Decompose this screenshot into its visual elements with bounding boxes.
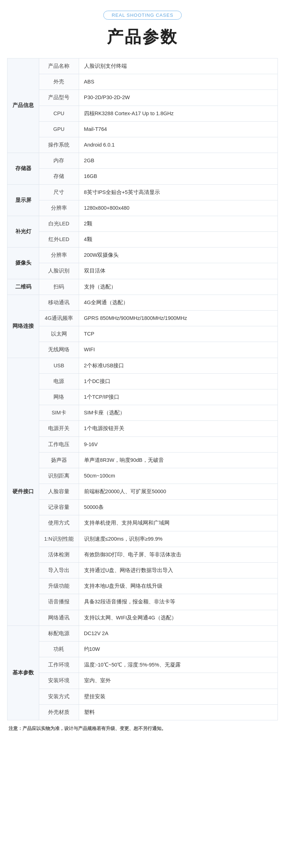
key-cell: SIM卡 [39, 405, 79, 421]
table-row: 工作电压9-16V [7, 436, 278, 452]
table-row: 摄像头分辨率200W双摄像头 [7, 247, 278, 263]
table-row: 产品型号P30-2D/P30-2D-2W [7, 90, 278, 106]
value-cell: 前端标配20000人、可扩展至50000 [79, 484, 278, 500]
key-cell: 扬声器 [39, 452, 79, 468]
key-cell: 存储 [39, 169, 79, 184]
table-row: 网络通讯支持以太网、WIFI及全网通4G（选配） [7, 610, 278, 626]
category-cell: 产品信息 [7, 58, 39, 153]
table-row: GPUMail-T764 [7, 121, 278, 137]
note-text: 注意：产品应以实物为准，设计与产品规格若有升级、变更、恕不另行通知。 [9, 726, 166, 731]
key-cell: 活体检测 [39, 547, 79, 562]
value-cell: 4G全网通（选配） [79, 295, 278, 310]
table-row: 网络1个TCP/IP接口 [7, 389, 278, 405]
table-row: 产品信息产品名称人脸识别支付终端 [7, 58, 278, 74]
value-cell: 有效防御3D打印、电子屏、等非活体攻击 [79, 547, 278, 562]
value-cell: WIFI [79, 342, 278, 358]
value-cell: SIM卡座（选配） [79, 405, 278, 421]
value-cell: DC12V 2A [79, 626, 278, 641]
badge: REAL SHOOTING CASES [103, 11, 181, 20]
category-cell: 基本参数 [7, 626, 39, 720]
badge-wrapper: REAL SHOOTING CASES [7, 11, 278, 20]
key-cell: GPU [39, 121, 79, 137]
key-cell: 人脸识别 [39, 263, 79, 279]
key-cell: 记录容量 [39, 500, 79, 515]
key-cell: 移动通讯 [39, 295, 79, 310]
key-cell: 网络通讯 [39, 610, 79, 626]
value-cell: 支持（选配） [79, 279, 278, 295]
key-cell: 人脸容量 [39, 484, 79, 500]
value-cell: 具备32段语音播报，报金额、非法卡等 [79, 594, 278, 610]
value-cell: 识别速度≤200ms，识别率≥99.9% [79, 531, 278, 547]
key-cell: 红外LED [39, 232, 79, 247]
value-cell: Android 6.0.1 [79, 137, 278, 153]
key-cell: 网络 [39, 389, 79, 405]
table-row: 工作环境温度:-10℃~50℃，湿度:5%-95%、无凝露 [7, 657, 278, 673]
category-cell: 存储器 [7, 153, 39, 184]
value-cell: 8英寸IPS全贴合+5英寸高清显示 [79, 184, 278, 200]
value-cell: 双目活体 [79, 263, 278, 279]
value-cell: 4颗 [79, 232, 278, 247]
page-wrapper: REAL SHOOTING CASES 产品参数 产品信息产品名称人脸识别支付终… [0, 0, 285, 742]
value-cell: 2GB [79, 153, 278, 169]
table-row: 操作系统Android 6.0.1 [7, 137, 278, 153]
table-row: 补光灯白光LED2颗 [7, 216, 278, 231]
value-cell: 1个电源按钮开关 [79, 421, 278, 436]
value-cell: 约10W [79, 641, 278, 657]
key-cell: 分辨率 [39, 200, 79, 216]
value-cell: 支持以太网、WIFI及全网通4G（选配） [79, 610, 278, 626]
table-row: 语音播报具备32段语音播报，报金额、非法卡等 [7, 594, 278, 610]
key-cell: 以太网 [39, 326, 79, 342]
table-row: 以太网TCP [7, 326, 278, 342]
table-row: 电源开关1个电源按钮开关 [7, 421, 278, 436]
key-cell: 导入导出 [39, 563, 79, 578]
table-row: CPU四核RK3288 Cortex-A17 Up to 1.8GHz [7, 106, 278, 121]
table-row: 导入导出支持通过U盘、网络进行数据导出导入 [7, 563, 278, 578]
value-cell: 人脸识别支付终端 [79, 58, 278, 74]
value-cell: 室内、室外 [79, 673, 278, 689]
table-row: 记录容量50000条 [7, 500, 278, 515]
table-row: 外壳材质塑料 [7, 704, 278, 720]
table-row: 扬声器单声道8R3W，响度90dB，无破音 [7, 452, 278, 468]
key-cell: 安装方式 [39, 689, 79, 704]
table-row: 分辨率1280x800+800x480 [7, 200, 278, 216]
key-cell: 功耗 [39, 641, 79, 657]
key-cell: 白光LED [39, 216, 79, 231]
key-cell: 操作系统 [39, 137, 79, 153]
value-cell: 壁挂安装 [79, 689, 278, 704]
table-row: 升级功能支持本地U盘升级、网络在线升级 [7, 578, 278, 594]
value-cell: 塑料 [79, 704, 278, 720]
table-row: 存储器内存2GB [7, 153, 278, 169]
key-cell: 无线网络 [39, 342, 79, 358]
value-cell: 9-16V [79, 436, 278, 452]
key-cell: 1:N识别性能 [39, 531, 79, 547]
note-row: 注意：产品应以实物为准，设计与产品规格若有升级、变更、恕不另行通知。 [7, 725, 278, 732]
value-cell: Mail-T764 [79, 121, 278, 137]
key-cell: 产品型号 [39, 90, 79, 106]
table-row: 硬件接口USB2个标准USB接口 [7, 358, 278, 373]
key-cell: 电源开关 [39, 421, 79, 436]
key-cell: 工作环境 [39, 657, 79, 673]
value-cell: GPRS 850MHz/900MHz/1800MHz/1900MHz [79, 311, 278, 326]
table-row: 4G通讯频率GPRS 850MHz/900MHz/1800MHz/1900MHz [7, 311, 278, 326]
category-cell: 网络连接 [7, 295, 39, 358]
category-cell: 硬件接口 [7, 358, 39, 626]
key-cell: 产品名称 [39, 58, 79, 74]
table-row: 基本参数标配电源DC12V 2A [7, 626, 278, 641]
value-cell: P30-2D/P30-2D-2W [79, 90, 278, 106]
table-row: 二维码扫码支持（选配） [7, 279, 278, 295]
spec-table: 产品信息产品名称人脸识别支付终端外壳ABS产品型号P30-2D/P30-2D-2… [7, 58, 278, 720]
table-row: 人脸容量前端标配20000人、可扩展至50000 [7, 484, 278, 500]
value-cell: 200W双摄像头 [79, 247, 278, 263]
category-cell: 摄像头 [7, 247, 39, 279]
category-cell: 显示屏 [7, 184, 39, 216]
table-row: 识别距离50cm~100cm [7, 468, 278, 484]
value-cell: 50cm~100cm [79, 468, 278, 484]
value-cell: 1个DC接口 [79, 373, 278, 389]
value-cell: 温度:-10℃~50℃，湿度:5%-95%、无凝露 [79, 657, 278, 673]
key-cell: 工作电压 [39, 436, 79, 452]
category-cell: 二维码 [7, 279, 39, 295]
page-title: 产品参数 [7, 26, 278, 48]
value-cell: 1280x800+800x480 [79, 200, 278, 216]
value-cell: 支持本地U盘升级、网络在线升级 [79, 578, 278, 594]
key-cell: 扫码 [39, 279, 79, 295]
